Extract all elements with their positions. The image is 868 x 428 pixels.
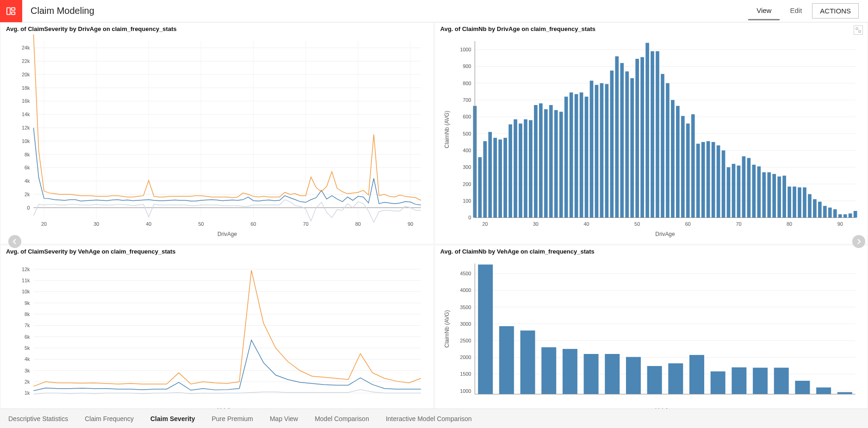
svg-text:3k: 3k [25,368,30,373]
svg-text:7k: 7k [25,323,30,328]
svg-rect-85 [503,138,507,218]
svg-text:70: 70 [736,221,741,227]
chart-title: Avg. of ClaimSeverity by DrivAge on clai… [6,25,428,32]
svg-rect-121 [686,124,689,217]
svg-rect-96 [559,112,563,218]
svg-rect-102 [589,81,593,217]
next-page-button[interactable] [852,235,865,248]
view-tab[interactable]: View [748,2,780,20]
svg-rect-109 [625,71,629,217]
svg-rect-127 [716,145,720,217]
svg-rect-205 [583,354,598,394]
svg-rect-141 [787,186,791,217]
footer-tabs: Descriptive StatisticsClaim FrequencyCla… [0,409,868,428]
svg-rect-142 [793,186,796,217]
svg-rect-100 [579,93,583,218]
svg-rect-125 [706,141,710,217]
svg-text:ClaimNb (AVG): ClaimNb (AVG) [443,310,450,347]
svg-text:30: 30 [533,221,538,227]
footer-tab-claim-severity[interactable]: Claim Severity [150,415,195,422]
chart-bottom-left: Avg. of ClaimSeverity by VehAge on claim… [0,245,434,421]
svg-rect-128 [721,150,725,217]
actions-button[interactable]: ACTIONS [812,3,859,19]
svg-rect-120 [681,116,685,218]
svg-rect-148 [823,206,827,217]
svg-rect-139 [777,176,781,217]
chart-top-left: Avg. of ClaimSeverity by DrivAge on clai… [0,22,434,244]
svg-text:90: 90 [408,221,413,227]
chart-canvas-bl: 1k2k3k4k5k6k7k8k9k10k11k12kVehAge [6,257,428,419]
svg-text:30: 30 [93,221,99,227]
svg-rect-111 [635,59,639,217]
svg-text:60: 60 [685,221,690,227]
svg-rect-144 [803,187,806,217]
expand-chart-button[interactable] [854,25,863,35]
svg-rect-138 [772,174,776,217]
chart-canvas-tr: 0100200300400500600700800900100020304050… [440,34,862,243]
svg-text:700: 700 [463,97,471,103]
expand-icon [856,27,861,33]
svg-rect-146 [813,199,817,217]
svg-rect-107 [615,56,619,218]
svg-rect-135 [757,167,761,218]
svg-rect-87 [514,119,517,218]
footer-tab-descriptive-statistics[interactable]: Descriptive Statistics [8,415,68,422]
svg-text:4k: 4k [25,178,30,184]
svg-rect-147 [818,202,822,218]
svg-rect-80 [478,157,482,218]
svg-rect-143 [798,187,801,217]
svg-text:40: 40 [583,221,589,227]
footer-tab-claim-frequency[interactable]: Claim Frequency [85,415,134,422]
svg-rect-116 [661,74,664,218]
svg-text:50: 50 [198,221,204,227]
svg-text:1000: 1000 [460,47,471,52]
page-title: Claim Modeling [31,6,94,16]
chart-canvas-tl: 02k4k6k8k10k12k14k16k18k20k22k24k2030405… [6,34,428,243]
svg-text:12k: 12k [22,125,30,130]
svg-text:70: 70 [303,221,309,227]
svg-text:80: 80 [355,221,361,227]
svg-rect-213 [753,368,768,394]
footer-tab-model-comparison[interactable]: Model Comparison [315,415,369,422]
svg-text:400: 400 [463,148,471,153]
svg-rect-140 [782,176,786,218]
chevron-right-icon [856,239,862,244]
chart-title: Avg. of ClaimSeverity by VehAge on claim… [6,248,428,255]
svg-rect-200 [478,265,493,394]
header-mode-tabs: View Edit ACTIONS [748,2,868,20]
svg-rect-208 [647,366,662,394]
svg-rect-47 [856,28,858,30]
svg-rect-122 [691,114,694,217]
svg-text:500: 500 [463,131,471,136]
svg-rect-209 [668,363,683,394]
svg-text:ClaimNb (AVG): ClaimNb (AVG) [443,111,450,148]
svg-rect-214 [774,368,788,394]
footer-tab-interactive-model-comparison[interactable]: Interactive Model Comparison [386,415,472,422]
svg-rect-151 [838,214,842,217]
svg-text:8k: 8k [25,152,30,157]
svg-text:4000: 4000 [460,287,471,293]
svg-rect-110 [630,78,634,218]
svg-rect-204 [562,349,577,394]
svg-rect-130 [732,164,735,217]
footer-tab-map-view[interactable]: Map View [270,415,298,422]
svg-rect-95 [554,110,558,217]
svg-text:1000: 1000 [460,388,471,394]
svg-rect-103 [595,85,598,217]
edit-tab[interactable]: Edit [781,2,810,20]
svg-rect-118 [671,100,675,217]
svg-rect-215 [795,381,810,394]
svg-rect-108 [620,63,624,217]
footer-tab-pure-premium[interactable]: Pure Premium [211,415,253,422]
svg-text:10k: 10k [22,289,30,294]
svg-rect-1 [12,7,15,10]
svg-rect-90 [529,120,533,218]
prev-page-button[interactable] [8,235,21,248]
app-logo[interactable] [0,0,22,22]
svg-rect-117 [666,83,670,218]
svg-rect-152 [843,214,847,217]
svg-rect-131 [737,166,740,218]
app-header: Claim Modeling View Edit ACTIONS [0,0,868,22]
chart-top-right: Avg. of ClaimNb by DrivAge on claim_freq… [434,22,868,244]
chart-bottom-right: Avg. of ClaimNb by VehAge on claim_frequ… [434,245,868,421]
